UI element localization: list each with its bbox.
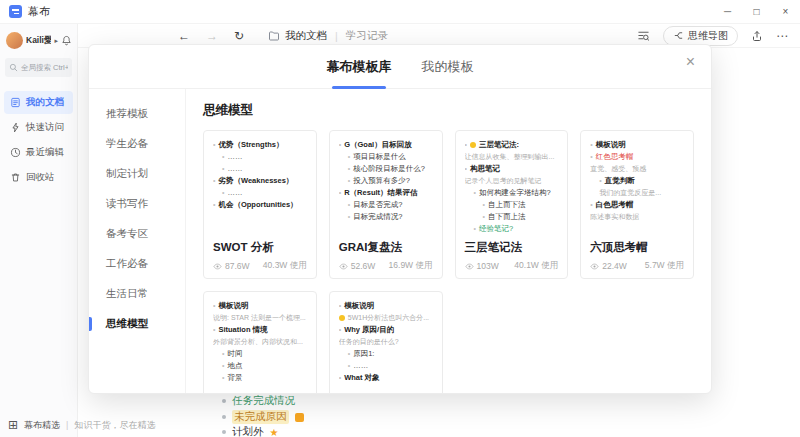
bullet-icon: •	[339, 372, 341, 384]
modal-nav-item[interactable]: 制定计划	[89, 159, 185, 189]
export-icon[interactable]	[751, 30, 763, 42]
bullet-icon	[222, 399, 226, 403]
tab-my-templates[interactable]: 我的模板	[422, 45, 474, 89]
bullet-icon: •	[339, 300, 341, 312]
preview-line: •Why 原因/目的	[339, 324, 433, 336]
toolbar-actions: 思维导图 ⋯	[637, 26, 800, 46]
close-window-button[interactable]: ×	[771, 0, 800, 23]
breadcrumb-divider: |	[335, 30, 338, 42]
breadcrumb-doc[interactable]: 学习记录	[346, 29, 388, 43]
preview-line: •劣势（Weaknesses）	[213, 175, 307, 187]
bullet-icon: •	[222, 163, 224, 175]
modal-nav-label: 学生必备	[106, 137, 148, 149]
template-card[interactable]: •优势（Strengths）•……•……•劣势（Weaknesses）•……•机…	[203, 130, 317, 279]
template-stats: 87.6W 40.3W 使用	[213, 260, 307, 272]
bell-icon[interactable]	[61, 35, 72, 46]
preview-line: 5W1H分析法也叫六合分...	[339, 312, 433, 324]
preview-line: •地点	[213, 360, 307, 372]
outline-search-icon[interactable]	[637, 29, 650, 42]
template-card[interactable]: •模板说明5W1H分析法也叫六合分...•Why 原因/目的任务的目的是什么?•…	[329, 291, 443, 394]
bullet-icon: •	[483, 199, 485, 211]
user-name: Kaili愛编	[26, 35, 51, 47]
breadcrumb-folder[interactable]: 我的文档	[285, 29, 327, 43]
bullet-icon: •	[213, 175, 215, 187]
preview-line: •红色思考帽	[590, 151, 684, 163]
template-title: 三层笔记法	[465, 240, 559, 255]
bullet-icon: •	[339, 187, 341, 199]
back-button[interactable]: ←	[178, 29, 190, 43]
mindmap-button[interactable]: 思维导图	[663, 26, 738, 46]
preview-line: •项目目标是什么	[339, 151, 433, 163]
views-stat: 22.4W	[590, 261, 627, 271]
mindmap-icon	[673, 30, 684, 41]
template-card[interactable]: •G（Goal）目标回放•项目目标是什么•核心阶段目标是什么?•投入预算有多少?…	[329, 130, 443, 279]
template-preview: •模板说明•红色思考帽直觉、感受、预感•直觉判断我们的直觉反应是...•白色思考…	[590, 139, 684, 235]
sidebar-menu: 我的文档 快速访问 最近编辑 回收站	[0, 91, 77, 189]
sidebar: Kaili愛编 ▸ 全局搜索 Ctrl+J 我的文档 快速访问 最近编辑 回收站	[0, 24, 78, 437]
search-icon	[9, 63, 18, 72]
modal-nav-item[interactable]: 生活日常	[89, 279, 185, 309]
preview-line: •What 对象	[339, 372, 433, 384]
more-icon[interactable]: ⋯	[776, 29, 788, 43]
modal-nav-item[interactable]: 推荐模板	[89, 99, 185, 129]
doc-outline-item[interactable]: 任务完成情况	[222, 394, 295, 408]
sidebar-item-quick-access[interactable]: 快速访问	[4, 116, 73, 139]
preview-line: •背景	[213, 372, 307, 384]
tab-template-library[interactable]: 幕布模板库	[327, 45, 392, 89]
template-card[interactable]: •模板说明•红色思考帽直觉、感受、预感•直觉判断我们的直觉反应是...•白色思考…	[580, 130, 694, 279]
template-card[interactable]: •模板说明说明: STAR 法则是一个梳理...•Situation 情境外部背…	[203, 291, 317, 394]
modal-nav-item[interactable]: 工作必备	[89, 249, 185, 279]
template-stats: 22.4W 5.7W 使用	[590, 260, 684, 272]
views-count: 103W	[477, 261, 499, 271]
sidebar-item-trash[interactable]: 回收站	[4, 166, 73, 189]
maximize-button[interactable]: □	[742, 0, 771, 23]
doc-outline-item[interactable]: 计划外 ★	[222, 425, 278, 437]
template-card[interactable]: •三层笔记法:让信息从收集、整理到输出...•构思笔记记录个人思考的见解笔记•如…	[455, 130, 569, 279]
preview-line: 我们的直觉反应是...	[590, 187, 684, 199]
modal-nav-item[interactable]: 思维模型	[89, 309, 185, 339]
modal-nav-item[interactable]: 读书写作	[89, 189, 185, 219]
modal-nav-item[interactable]: 备考专区	[89, 219, 185, 249]
modal-nav-item[interactable]: 学生必备	[89, 129, 185, 159]
bullet-icon: •	[348, 151, 350, 163]
bullet-icon: •	[465, 139, 467, 151]
sidebar-item-recent[interactable]: 最近编辑	[4, 141, 73, 164]
bullet-icon: •	[222, 360, 224, 372]
preview-line: 外部背景分析、内部状况和...	[213, 336, 307, 348]
statusbar-label[interactable]: 幕布精选	[24, 419, 60, 432]
avatar[interactable]	[6, 32, 23, 49]
bullet-icon: •	[348, 211, 350, 223]
document-icon	[10, 97, 21, 108]
bullet-icon: •	[590, 199, 592, 211]
bullet-icon: •	[599, 175, 601, 187]
preview-line: •R（Result）结果评估	[339, 187, 433, 199]
doc-outline-item[interactable]: 未完成原因	[222, 410, 304, 424]
close-icon[interactable]: ×	[686, 54, 695, 70]
global-search-input[interactable]: 全局搜索 Ctrl+J	[5, 58, 72, 77]
bullet-icon: •	[474, 187, 476, 199]
user-menu[interactable]: Kaili愛编 ▸	[0, 24, 77, 55]
preview-line: 记录个人思考的见解笔记	[465, 175, 559, 187]
bullet-icon: •	[590, 139, 592, 151]
bullet-icon: •	[339, 139, 341, 151]
bullet-icon: •	[222, 187, 224, 199]
preview-line: •白色思考帽	[590, 199, 684, 211]
preview-line: •模板说明	[590, 139, 684, 151]
bullet-icon: •	[348, 199, 350, 211]
preview-line: •核心阶段目标是什么?	[339, 163, 433, 175]
bullet-icon: •	[474, 223, 476, 235]
statusbar: ⊞ 幕布精选 | 知识干货，尽在精选	[8, 418, 155, 432]
refresh-button[interactable]: ↻	[234, 29, 244, 43]
sidebar-item-label: 我的文档	[26, 96, 64, 109]
sidebar-item-my-docs[interactable]: 我的文档	[4, 91, 73, 114]
template-library-modal: 幕布模板库 我的模板 × 推荐模板学生必备制定计划读书写作备考专区工作必备生活日…	[88, 44, 712, 394]
bullet-icon: •	[213, 139, 215, 151]
template-preview: •G（Goal）目标回放•项目目标是什么•核心阶段目标是什么?•投入预算有多少?…	[339, 139, 433, 235]
eye-icon	[213, 262, 222, 271]
apps-grid-icon[interactable]: ⊞	[8, 418, 18, 432]
eye-icon	[339, 262, 348, 271]
forward-button[interactable]: →	[206, 29, 218, 43]
preview-line: •目标是否完成?	[339, 199, 433, 211]
preview-line: •……	[213, 187, 307, 199]
minimize-button[interactable]: ─	[713, 0, 742, 23]
